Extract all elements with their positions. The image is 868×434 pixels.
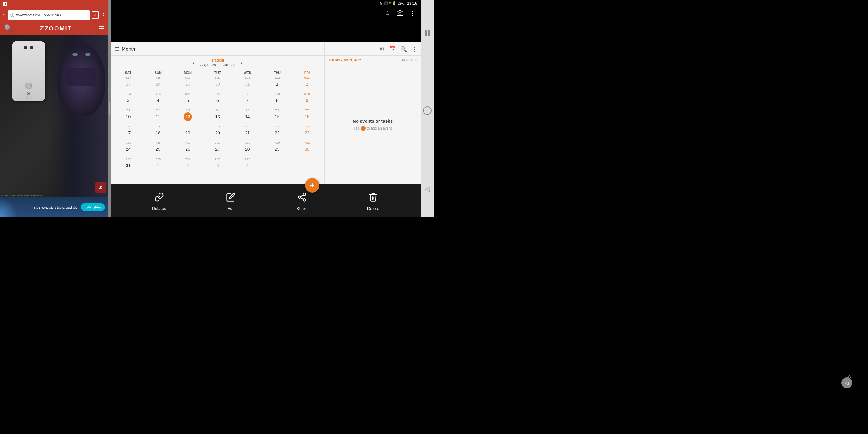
cal-day-31[interactable]: 6.21 31 (232, 76, 262, 91)
edit-icon (224, 190, 238, 204)
cal-day-2-fri[interactable]: 6.23 2 (292, 76, 322, 91)
zoomit-watermark: Z (95, 182, 106, 193)
nfc-icon: N (380, 1, 382, 5)
cal-day-empty-1 (262, 157, 292, 173)
day-headers: SAT SUN MON TUE WED THU FRI (113, 70, 322, 75)
phone-brand-mark (26, 96, 32, 99)
cal-day-19[interactable]: 7.10 19 (173, 124, 203, 140)
info-icon: ⓘ (10, 12, 14, 18)
back-button[interactable]: ← (116, 9, 123, 18)
cal-day-empty-2 (292, 157, 322, 173)
face-nose-area (66, 68, 96, 86)
more-button[interactable]: ⋮ (409, 10, 416, 18)
cal-day-30[interactable]: 6.20 30 (203, 76, 233, 91)
calendar-grid: SAT SUN MON TUE WED THU FRI 6.17 27 6.18 (111, 69, 324, 175)
next-month-button[interactable]: › (241, 59, 243, 66)
cal-day-17[interactable]: 7.8 17 (113, 124, 143, 140)
cal-day-3[interactable]: 6.24 3 (113, 92, 143, 107)
cal-day-20[interactable]: 7.11 20 (203, 124, 233, 140)
calendar-left: ☰ Month ‹ 4/1396 (AD)Jun 2017 – Jul 2017… (111, 42, 324, 184)
day-header-sat: SAT (113, 70, 143, 75)
cal-day-4[interactable]: 6.25 4 (143, 92, 173, 107)
cal-day-24[interactable]: 7.15 24 (113, 141, 143, 156)
cal-day-10[interactable]: 7.1 10 (113, 108, 143, 124)
cal-day-15[interactable]: 7.6 15 (262, 108, 292, 124)
phone-cameras (24, 46, 33, 50)
browser-more-icon[interactable]: ⋮ (101, 12, 106, 19)
cal-day-29[interactable]: 6.19 29 (173, 76, 203, 91)
cal-day-27[interactable]: 6.17 27 (113, 76, 143, 91)
cal-day-14[interactable]: 7.5 14 (232, 108, 262, 124)
browser-panel: 🖼 ⌂ ⓘ www.zoomit.ir/2017/5/2/155830/ 3 ⋮… (0, 0, 108, 217)
cal-right-toolbar: ✉ 📅 🔍 ⋮ (324, 42, 421, 56)
svg-point-0 (399, 12, 401, 14)
cal-day-13[interactable]: 7.4 13 (203, 108, 233, 124)
search-icon[interactable]: 🔍 (4, 24, 12, 32)
search-icon-cal[interactable]: 🔍 (400, 46, 407, 53)
browser-top-bar: 🖼 (0, 0, 108, 8)
cal-day-11[interactable]: 7.2 11 (143, 108, 173, 124)
cal-day-31[interactable]: 7.22 31 (113, 157, 143, 173)
cal-day-2-next[interactable]: 7.24 2 (173, 157, 203, 173)
share-icon (296, 190, 309, 204)
tap-text: Tap (353, 126, 359, 130)
cal-day-8[interactable]: 6.29 8 (262, 92, 292, 107)
cal-day-1-jun[interactable]: 6.22 1 (262, 76, 292, 91)
cal-day-18[interactable]: 7.9 18 (143, 124, 173, 140)
today-label: TODAY - MON, 4/12 (328, 58, 361, 62)
cal-day-16-fri[interactable]: 7.7 16 (292, 108, 322, 124)
hamburger-icon[interactable]: ☰ (99, 25, 104, 32)
cal-menu-icon[interactable]: ☰ (115, 46, 119, 53)
star-button[interactable]: ☆ (384, 10, 391, 18)
cal-day-28[interactable]: 6.18 28 (143, 76, 173, 91)
delete-button[interactable]: Delete (367, 190, 380, 211)
cal-day-5[interactable]: 6.26 5 (173, 92, 203, 107)
add-event-fab[interactable]: + (305, 178, 319, 193)
cal-day-9-fri[interactable]: 6.30 9 (292, 92, 322, 107)
related-icon (153, 190, 166, 204)
cal-day-1-next[interactable]: 7.23 1 (143, 157, 173, 173)
zoomit-z-icon: Z (39, 24, 43, 32)
calendar-week-1: 6.17 27 6.18 28 6.19 29 6.20 30 (113, 76, 322, 91)
cal-day-29[interactable]: 7.20 29 (262, 141, 292, 156)
edit-button[interactable]: Edit (224, 190, 238, 211)
cal-date-header-row: TODAY - MON, 4/12 (AD)JUL 3 (324, 56, 421, 65)
cal-day-22[interactable]: 7.13 22 (262, 124, 292, 140)
ad-cta-button[interactable]: بیشتر بدانید (81, 204, 105, 211)
calendar-grid-icon[interactable]: 📅 (390, 46, 396, 52)
phone-mockup: G6 (12, 41, 45, 101)
cal-day-6[interactable]: 6.27 6 (203, 92, 233, 107)
related-button[interactable]: Related (152, 190, 166, 211)
cal-day-7[interactable]: 6.28 7 (232, 92, 262, 107)
split-screen-button[interactable] (425, 30, 430, 36)
cal-month-label: Month (122, 46, 135, 52)
cal-day-30-fri[interactable]: 7.21 30 (292, 141, 322, 156)
cal-day-3-next[interactable]: 7.25 3 (203, 157, 233, 173)
cal-day-23-fri[interactable]: 7.14 23 (292, 124, 322, 140)
cal-day-27-jul[interactable]: 7.18 27 (203, 141, 233, 156)
cal-day-4-next[interactable]: 7.26 4 (232, 157, 262, 173)
share-button[interactable]: Share (296, 190, 309, 211)
back-button-edge[interactable]: ◁ (425, 185, 430, 193)
calendar-week-5: 7.15 24 7.16 25 7.17 26 7.18 27 (113, 141, 322, 156)
tab-count[interactable]: 3 (92, 11, 99, 19)
panel-divider (108, 0, 111, 217)
fingerprint-sensor (25, 83, 32, 89)
cal-day-12-today[interactable]: 7.3 12 (173, 108, 203, 124)
plus-circle-icon[interactable]: + (361, 126, 366, 131)
prev-month-button[interactable]: ‹ (193, 59, 194, 66)
envelope-icon[interactable]: ✉ (380, 46, 384, 53)
camera-button[interactable] (397, 10, 403, 18)
more-icon-cal[interactable]: ⋮ (412, 46, 417, 53)
cal-day-25[interactable]: 7.16 25 (143, 141, 173, 156)
no-events-title: No events or tasks (352, 119, 393, 124)
cal-day-26[interactable]: 7.17 26 (173, 141, 203, 156)
address-bar[interactable]: ⓘ www.zoomit.ir/2017/5/2/155830/ (8, 10, 90, 20)
status-bar: N 📳 ▾ 🔋 32% 13:16 (111, 0, 421, 7)
zoomit-text: ZOOMiT (44, 25, 72, 32)
cal-day-21[interactable]: 7.12 21 (232, 124, 262, 140)
cal-day-28[interactable]: 7.19 28 (232, 141, 262, 156)
home-button-edge[interactable] (423, 106, 432, 115)
home-button[interactable]: ⌂ (2, 12, 6, 19)
status-icons: N 📳 ▾ 🔋 32% (380, 1, 404, 5)
